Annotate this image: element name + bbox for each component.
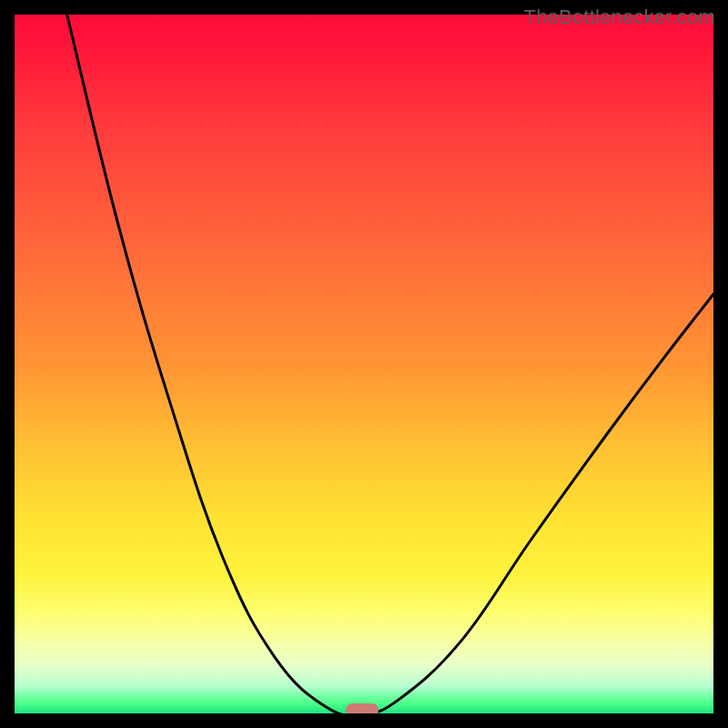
bottleneck-curve — [15, 15, 713, 713]
plot-area — [15, 15, 713, 713]
attribution-text: TheBottlenecker.com — [524, 5, 715, 29]
chart-frame: TheBottlenecker.com — [0, 0, 728, 728]
bottleneck-marker — [346, 703, 379, 713]
